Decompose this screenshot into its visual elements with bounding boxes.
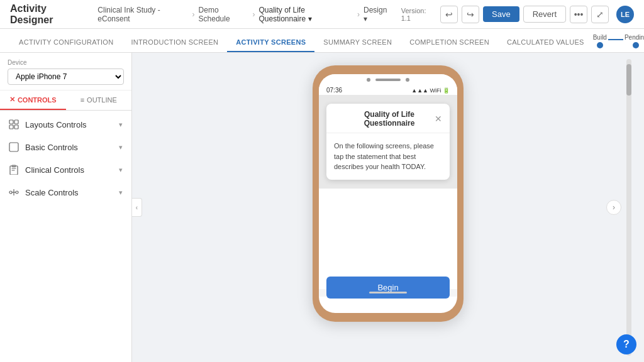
phone-outer-shell: 07:36 ▲▲▲ WiFi 🔋 Quality of Life Questio… [313,65,464,322]
layouts-label: Layouts Controls [25,120,87,129]
breadcrumb-sep3: › [357,10,360,19]
clinical-label: Clinical Controls [25,165,84,175]
breadcrumb-item3[interactable]: Quality of Life Questionnaire ▾ [258,6,353,23]
tab-summary-screen[interactable]: SUMMARY SCREEN [314,33,401,52]
home-indicator [369,292,407,293]
phone-status-bar: 07:36 ▲▲▲ WiFi 🔋 [319,84,457,95]
more-options-button[interactable]: ••• [570,6,587,23]
sidebar-tabs: ✕ CONTROLS ≡ OUTLINE [0,90,131,111]
undo-button[interactable]: ↩ [440,6,458,23]
phone-main-content: Begin [319,189,457,289]
nav-item-basic[interactable]: Basic Controls ▾ [0,136,131,158]
basic-icon [9,142,19,152]
status-line-1 [608,39,623,40]
scale-chevron: ▾ [119,189,123,197]
layouts-chevron: ▾ [119,121,123,129]
device-selector: Device Apple iPhone 7 Apple iPhone 8 Sam… [0,53,131,90]
tab-activity-config[interactable]: ACTIVITY CONFIGURATION [10,33,122,52]
modal-dialog: Quality of Life Questionnaire ✕ On the f… [326,104,450,180]
phone-screen: Quality of Life Questionnaire ✕ On the f… [319,95,457,189]
tab-completion-screen[interactable]: COMPLETION SCREEN [401,33,498,52]
tab-activity-screens[interactable]: ACTIVITY SCREENS [227,33,314,52]
phone-time: 07:36 [326,87,342,94]
modal-header: Quality of Life Questionnaire ✕ [326,104,450,133]
tab-intro-screen[interactable]: INTRODUCTION SCREEN [122,33,227,52]
sidebar: Device Apple iPhone 7 Apple iPhone 8 Sam… [0,53,132,362]
expand-button[interactable]: ⤢ [591,6,609,23]
basic-chevron: ▾ [119,143,123,151]
svg-rect-1 [14,120,18,124]
top-bar-actions: ↩ ↪ Save Revert ••• ⤢ LE [440,6,634,23]
phone-notch [319,74,457,84]
basic-label: Basic Controls [25,143,78,152]
phone-inner-screen: 07:36 ▲▲▲ WiFi 🔋 Quality of Life Questio… [319,74,457,313]
svg-point-9 [16,191,18,194]
device-label: Device [8,59,124,66]
svg-rect-3 [14,125,18,129]
scroll-thumb [626,64,631,96]
nav-item-scale-left: Scale Controls [9,187,79,197]
outline-icon: ≡ [80,96,84,104]
nav-item-layouts[interactable]: Layouts Controls ▾ [0,113,131,136]
help-button[interactable]: ? [616,334,636,354]
scale-label: Scale Controls [25,188,79,197]
clinical-chevron: ▾ [119,166,123,174]
revert-button[interactable]: Revert [523,6,566,23]
save-button[interactable]: Save [483,6,519,22]
modal-body-text: On the following screens, please tap the… [334,141,442,172]
phone-mockup: 07:36 ▲▲▲ WiFi 🔋 Quality of Life Questio… [313,65,464,322]
scroll-track [626,59,631,356]
modal-title: Quality of Life Questionnaire [344,110,435,128]
pending-dot [633,42,639,48]
version-label: Version: 1.1 [401,7,435,22]
nav-arrow-right[interactable]: › [606,200,621,215]
layouts-icon [9,119,19,129]
build-label: Build [593,34,607,41]
phone-speaker [375,79,401,81]
status-steps: Build Pending Live [593,34,644,48]
main-layout: Device Apple iPhone 7 Apple iPhone 8 Sam… [0,53,644,362]
app-title: Activity Designer [10,3,87,26]
pending-label: Pending [625,34,644,41]
nav-item-clinical-left: Clinical Controls [9,165,84,175]
redo-button[interactable]: ↪ [462,6,479,23]
modal-close-button[interactable]: ✕ [435,114,442,124]
user-avatar: LE [616,6,634,23]
breadcrumb-item4[interactable]: Design ▾ [364,6,391,23]
scale-icon [9,187,19,197]
breadcrumb-sep2: › [252,10,255,19]
tab-bar: ACTIVITY CONFIGURATION INTRODUCTION SCRE… [0,29,644,53]
sidebar-tab-controls[interactable]: ✕ CONTROLS [0,90,66,110]
breadcrumb-item2[interactable]: Demo Schedule [199,6,249,23]
content-area: 07:36 ▲▲▲ WiFi 🔋 Quality of Life Questio… [132,53,644,362]
nav-item-clinical[interactable]: Clinical Controls ▾ [0,158,131,181]
svg-rect-2 [9,125,13,129]
phone-signal: ▲▲▲ WiFi 🔋 [411,87,450,94]
top-bar: Activity Designer Clinical Ink Study - e… [0,0,644,29]
modal-body: On the following screens, please tap the… [326,133,450,180]
begin-button[interactable]: Begin [326,277,450,299]
status-step-build: Build [593,34,607,48]
nav-item-basic-left: Basic Controls [9,142,78,152]
nav-item-scale[interactable]: Scale Controls ▾ [0,181,131,204]
breadcrumb-item1[interactable]: Clinical Ink Study - eConsent [97,6,188,23]
tab-calculated-values[interactable]: CALCULATED VALUES [498,33,593,52]
sidebar-tab-outline[interactable]: ≡ OUTLINE [66,90,132,110]
build-status: Build Pending Live [593,34,644,48]
build-dot [597,42,603,48]
clinical-icon [9,165,19,175]
device-select[interactable]: Apple iPhone 7 Apple iPhone 8 Samsung Ga… [8,69,124,85]
svg-rect-0 [9,120,13,124]
canvas-area: 07:36 ▲▲▲ WiFi 🔋 Quality of Life Questio… [132,53,644,362]
outline-label: OUTLINE [87,96,117,104]
controls-x-icon: ✕ [9,96,15,104]
sidebar-collapse-button[interactable]: ‹ [132,198,142,217]
tab-items: ACTIVITY CONFIGURATION INTRODUCTION SCRE… [10,33,593,52]
sidebar-nav: Layouts Controls ▾ Basic Controls ▾ [0,111,131,362]
breadcrumb-sep1: › [192,10,195,19]
svg-point-7 [9,191,12,194]
status-step-pending: Pending [625,34,644,48]
nav-item-layouts-left: Layouts Controls [9,119,87,129]
controls-label: CONTROLS [18,96,57,104]
breadcrumb: Clinical Ink Study - eConsent › Demo Sch… [97,6,435,23]
